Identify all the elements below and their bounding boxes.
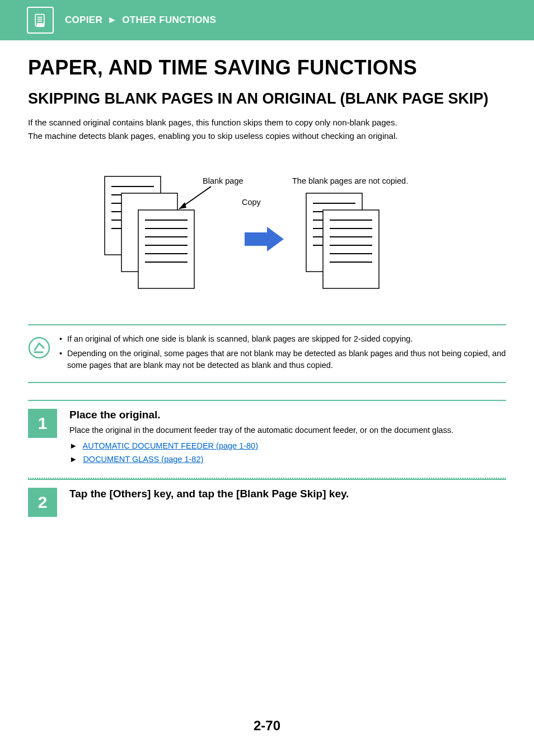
step-2: 2 Tap the [Others] key, and tap the [Bla…: [28, 479, 506, 528]
note-item: Depending on the original, some pages th…: [59, 348, 506, 372]
svg-marker-22: [245, 227, 284, 251]
svg-marker-21: [179, 202, 186, 209]
intro-line: The machine detects blank pages, enablin…: [28, 130, 506, 143]
step-body: Tap the [Others] key, and tap the [Blank…: [69, 488, 506, 517]
section-title: SKIPPING BLANK PAGES IN AN ORIGINAL (BLA…: [28, 90, 506, 109]
diagram-label-blank-page: Blank page: [203, 176, 243, 185]
link-arrow-icon: ►: [69, 441, 77, 450]
step-1: 1 Place the original. Place the original…: [28, 400, 506, 479]
intro-text: If the scanned original contains blank p…: [28, 116, 506, 143]
intro-line: If the scanned original contains blank p…: [28, 116, 506, 129]
step-title: Tap the [Others] key, and tap the [Blank…: [69, 488, 506, 500]
svg-point-37: [29, 338, 49, 358]
step-number-badge: 1: [28, 409, 57, 438]
breadcrumb-arrow-icon: ►: [107, 15, 117, 25]
diagram-label-result: The blank pages are not copied.: [292, 176, 408, 185]
page-title: PAPER, AND TIME SAVING FUNCTIONS: [28, 56, 506, 80]
copier-section-icon: [27, 7, 54, 34]
step-description: Place the original in the document feede…: [69, 424, 506, 437]
breadcrumb-page[interactable]: OTHER FUNCTIONS: [122, 15, 216, 25]
step-number-badge: 2: [28, 488, 57, 517]
step-link-line: ► AUTOMATIC DOCUMENT FEEDER (page 1-80): [69, 439, 506, 453]
diagram-label-copy: Copy: [242, 198, 261, 207]
notes-block: If an original of which one side is blan…: [28, 324, 506, 383]
breadcrumb-section[interactable]: COPIER: [65, 15, 102, 25]
blank-page-skip-diagram: Blank page Copy The blank pages are not …: [71, 171, 463, 302]
step-title: Place the original.: [69, 409, 506, 421]
link-document-glass[interactable]: DOCUMENT GLASS (page 1-82): [83, 455, 203, 464]
step-link-line: ► DOCUMENT GLASS (page 1-82): [69, 452, 506, 466]
notes-list: If an original of which one side is blan…: [59, 333, 506, 374]
svg-rect-4: [37, 23, 44, 27]
link-arrow-icon: ►: [69, 455, 77, 464]
svg-rect-13: [138, 210, 194, 288]
step-body: Place the original. Place the original i…: [69, 409, 506, 466]
note-icon: [28, 337, 50, 359]
link-automatic-document-feeder[interactable]: AUTOMATIC DOCUMENT FEEDER (page 1-80): [83, 441, 258, 450]
header-bar: COPIER ► OTHER FUNCTIONS: [0, 0, 534, 40]
page-content: PAPER, AND TIME SAVING FUNCTIONS SKIPPIN…: [0, 40, 534, 528]
note-item: If an original of which one side is blan…: [59, 333, 506, 346]
breadcrumb: COPIER ► OTHER FUNCTIONS: [65, 15, 216, 26]
page-number: 2-70: [0, 718, 534, 734]
svg-rect-30: [323, 210, 379, 288]
